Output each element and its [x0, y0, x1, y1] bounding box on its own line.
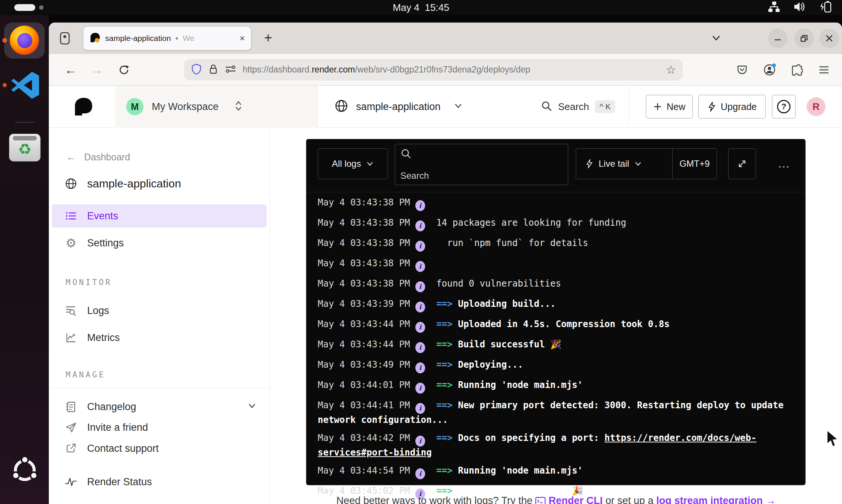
- info-icon: i: [415, 281, 425, 292]
- dock-item-firefox[interactable]: [0, 15, 49, 59]
- permissions-icon[interactable]: [225, 63, 237, 77]
- dock-item-trash[interactable]: ♻: [0, 131, 49, 167]
- paper-plane-icon: [65, 422, 77, 433]
- info-icon: i: [415, 342, 425, 353]
- events-list-icon: [65, 211, 77, 221]
- log-entry[interactable]: May 4 03:44:41 PMi==> New primary port d…: [318, 399, 795, 426]
- tab-title-suffix: We: [183, 34, 194, 43]
- sidebar-item-events[interactable]: Events: [52, 204, 267, 228]
- forward-button[interactable]: →: [86, 59, 107, 80]
- list-tabs-chevron-icon[interactable]: [711, 33, 722, 44]
- sidebar-item-render-status[interactable]: Render Status: [52, 470, 267, 493]
- tab-bar: sample-application • We × +: [49, 23, 842, 54]
- log-more-menu[interactable]: ...: [773, 148, 795, 179]
- reload-button[interactable]: [113, 59, 134, 80]
- battery-icon[interactable]: [819, 0, 832, 15]
- sidebar-item-changelog[interactable]: Changelog: [52, 395, 267, 418]
- log-entry[interactable]: May 4 03:43:38 PMi14 packages are lookin…: [318, 217, 795, 231]
- account-icon[interactable]: [760, 60, 779, 80]
- log-entry[interactable]: May 4 03:43:38 PMi: [318, 257, 795, 272]
- log-entry[interactable]: May 4 03:43:44 PMi==> Uploaded in 4.5s. …: [318, 318, 795, 333]
- log-panel: All logs Search Live tail GMT+9 ... May: [306, 139, 806, 485]
- sidebar-item-logs[interactable]: Logs: [52, 299, 267, 322]
- log-entry[interactable]: May 4 03:43:38 PMifound 0 vulnerabilitie…: [318, 278, 795, 292]
- header-divider-2: [317, 86, 318, 128]
- desktop: May 4 15:45: [0, 0, 842, 504]
- global-search[interactable]: Search ^ K: [541, 86, 615, 128]
- sidebar-service-header[interactable]: sample-application: [52, 172, 267, 195]
- new-tab-button[interactable]: +: [259, 29, 277, 47]
- log-timestamp: May 4 03:43:44 PM: [318, 339, 410, 350]
- expand-icon: [736, 158, 748, 169]
- log-filter-dropdown[interactable]: All logs: [318, 148, 388, 179]
- firefox-view-icon[interactable]: [57, 31, 72, 47]
- sidebar-item-settings[interactable]: ⚙ Settings: [52, 231, 267, 255]
- expand-logs-button[interactable]: [728, 148, 756, 179]
- dock-item-vscode[interactable]: [0, 68, 49, 105]
- user-avatar[interactable]: R: [807, 97, 825, 116]
- pocket-icon[interactable]: [732, 60, 752, 80]
- minimize-button[interactable]: [768, 29, 788, 48]
- system-clock[interactable]: May 4 15:45: [0, 0, 842, 15]
- service-name: sample-application: [356, 101, 441, 113]
- service-selector[interactable]: sample-application: [334, 86, 463, 128]
- log-entry[interactable]: May 4 03:43:49 PMi==> Deploying...: [318, 359, 795, 373]
- back-arrow-icon: ←: [65, 152, 77, 163]
- trash-lid: [13, 136, 37, 140]
- volume-icon[interactable]: [793, 1, 806, 14]
- network-icon[interactable]: [768, 1, 780, 14]
- sidebar-back-dashboard[interactable]: ← Dashboard: [52, 149, 267, 165]
- sidebar-item-support[interactable]: Contact support: [52, 438, 267, 459]
- log-entry[interactable]: May 4 03:43:44 PMi==> Build successful 🎉: [318, 338, 795, 353]
- workspace-avatar: M: [126, 98, 143, 115]
- tab-close-icon[interactable]: ×: [240, 34, 245, 43]
- new-button[interactable]: New: [646, 95, 693, 119]
- log-search-input[interactable]: Search: [395, 144, 568, 185]
- back-button[interactable]: ←: [60, 59, 81, 80]
- browser-tab[interactable]: sample-application • We ×: [83, 27, 251, 50]
- maximize-button[interactable]: [794, 29, 814, 48]
- log-entry[interactable]: May 4 03:44:01 PMi==> Running 'node main…: [318, 379, 795, 394]
- timezone-button[interactable]: GMT+9: [672, 149, 717, 179]
- url-bar[interactable]: https://dashboard.render.com/web/srv-d0b…: [184, 59, 683, 80]
- sidebar-item-metrics[interactable]: Metrics: [52, 326, 267, 349]
- ubuntu-logo-icon: [11, 457, 38, 484]
- globe-icon: [65, 176, 77, 191]
- log-entry[interactable]: May 4 03:44:42 PMi==> Docs on specifying…: [318, 432, 795, 459]
- logs-icon: [65, 305, 77, 316]
- workspace-selector[interactable]: M My Workspace: [115, 86, 317, 128]
- log-search-placeholder: Search: [400, 171, 563, 181]
- log-timestamp: May 4 03:43:38 PM: [318, 217, 410, 228]
- sidebar-item-invite[interactable]: Invite a friend: [52, 417, 267, 438]
- info-icon: i: [415, 403, 425, 414]
- log-message: ==> Running 'node main.mjs': [436, 380, 583, 390]
- log-timestamp: May 4 03:43:38 PM: [318, 278, 410, 289]
- render-logo[interactable]: [73, 96, 94, 119]
- info-icon: i: [415, 200, 425, 211]
- extensions-icon[interactable]: [787, 60, 807, 80]
- log-timestamp: May 4 03:44:01 PM: [318, 380, 410, 390]
- changelog-chevron-down-icon[interactable]: [247, 401, 257, 413]
- log-entry[interactable]: May 4 03:43:38 PMi: [318, 196, 795, 211]
- close-window-button[interactable]: [819, 29, 839, 48]
- tracking-shield-icon[interactable]: [191, 63, 202, 77]
- bookmark-star-icon[interactable]: ☆: [666, 63, 676, 76]
- help-button[interactable]: ?: [772, 95, 796, 119]
- render-cli-link[interactable]: Render CLI: [549, 495, 603, 504]
- log-entry[interactable]: May 4 03:43:38 PMi run `npm fund` for de…: [318, 237, 795, 252]
- system-tray[interactable]: [768, 0, 832, 15]
- upgrade-button[interactable]: Upgrade: [698, 95, 766, 119]
- lock-icon[interactable]: [208, 63, 219, 77]
- log-entry[interactable]: May 4 03:44:54 PMi==> Running 'node main…: [318, 465, 795, 479]
- log-entry[interactable]: May 4 03:43:39 PMi==> Uploading build...: [318, 298, 795, 312]
- service-chevron-down-icon: [453, 102, 463, 112]
- app-header: M My Workspace sample-application: [49, 86, 842, 128]
- dock-item-ubuntu[interactable]: [11, 457, 38, 485]
- bolt-icon: [707, 101, 716, 112]
- live-tail-dropdown[interactable]: Live tail: [585, 158, 642, 169]
- recycle-icon: ♻: [9, 140, 41, 158]
- url-text[interactable]: https://dashboard.render.com/web/srv-d0b…: [243, 65, 660, 75]
- vscode-running-dot: [3, 83, 7, 87]
- menu-hamburger-icon[interactable]: [814, 60, 834, 80]
- log-stream-integration-link[interactable]: log stream integration →: [656, 495, 776, 504]
